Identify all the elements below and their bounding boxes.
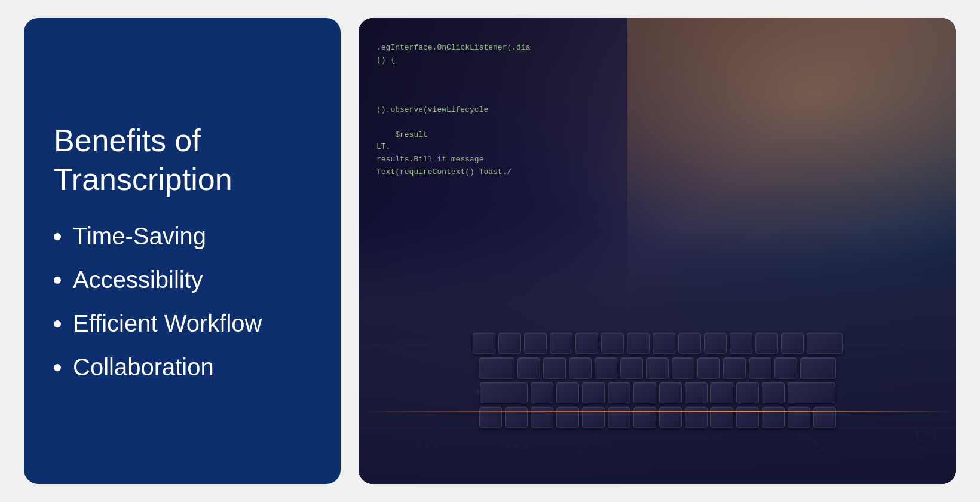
bullet-dot-4	[54, 364, 61, 371]
key	[685, 382, 708, 403]
key	[788, 382, 835, 403]
key	[755, 333, 778, 354]
benefit-label-3: Efficient Workflow	[73, 310, 262, 337]
key	[582, 382, 605, 403]
key	[685, 407, 708, 428]
key	[672, 357, 694, 379]
key	[505, 407, 528, 428]
key	[781, 333, 804, 354]
key	[704, 333, 727, 354]
key	[736, 382, 759, 403]
key	[633, 407, 656, 428]
key	[800, 357, 836, 379]
benefit-label-1: Time-Saving	[73, 223, 206, 250]
benefit-label-4: Collaboration	[73, 354, 214, 381]
key	[774, 357, 797, 379]
key	[531, 407, 553, 428]
benefit-label-2: Accessibility	[73, 267, 203, 293]
list-item-accessibility: Accessibility	[54, 267, 311, 293]
bullet-dot-1	[54, 233, 61, 240]
title-line-2: Transcription	[54, 162, 232, 197]
key	[473, 333, 495, 354]
keyboard-grid	[406, 333, 908, 457]
key	[620, 357, 643, 379]
key-row-3	[406, 382, 908, 403]
title-line-1: Benefits of	[54, 123, 201, 158]
key	[762, 382, 785, 403]
key	[531, 382, 553, 403]
key-row-1	[406, 333, 908, 354]
key	[479, 357, 514, 379]
key	[807, 333, 843, 354]
key	[749, 357, 771, 379]
list-item-time-saving: Time-Saving	[54, 223, 311, 250]
key	[678, 333, 701, 354]
code-text: .egInterface.OnClickListener(.dia () { (…	[376, 42, 530, 179]
left-panel: Benefits of Transcription Time-Saving Ac…	[24, 18, 341, 484]
key-row-2	[406, 357, 908, 379]
key	[595, 357, 617, 379]
key	[608, 382, 630, 403]
key	[788, 407, 810, 428]
key	[659, 382, 682, 403]
bullet-dot-2	[54, 277, 61, 284]
key	[575, 333, 598, 354]
key	[646, 357, 669, 379]
key	[582, 407, 605, 428]
key	[498, 333, 521, 354]
key	[813, 407, 836, 428]
key	[736, 407, 759, 428]
key	[608, 407, 630, 428]
key	[762, 407, 785, 428]
key	[730, 333, 752, 354]
key	[556, 407, 579, 428]
key	[480, 382, 528, 403]
key	[697, 357, 720, 379]
list-item-collaboration: Collaboration	[54, 354, 311, 381]
key	[543, 357, 566, 379]
orange-accent-line	[359, 411, 956, 412]
key	[517, 357, 540, 379]
key	[710, 407, 733, 428]
main-container: Benefits of Transcription Time-Saving Ac…	[24, 18, 956, 484]
key	[627, 333, 650, 354]
key	[556, 382, 579, 403]
key-row-4	[406, 407, 908, 428]
benefits-list: Time-Saving Accessibility Efficient Work…	[54, 223, 311, 381]
key	[710, 382, 733, 403]
key	[653, 333, 675, 354]
tech-background: .egInterface.OnClickListener(.dia () { (…	[359, 18, 956, 484]
key	[524, 333, 547, 354]
key	[723, 357, 746, 379]
key	[479, 407, 502, 428]
key	[633, 382, 656, 403]
right-panel: .egInterface.OnClickListener(.dia () { (…	[359, 18, 956, 484]
main-title: Benefits of Transcription	[54, 121, 311, 199]
key	[569, 357, 592, 379]
key	[550, 333, 572, 354]
key	[659, 407, 682, 428]
key	[601, 333, 624, 354]
list-item-efficient-workflow: Efficient Workflow	[54, 310, 311, 337]
bullet-dot-3	[54, 320, 61, 327]
